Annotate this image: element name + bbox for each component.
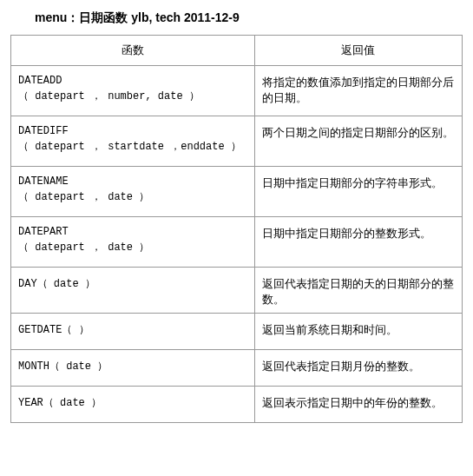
cell-desc: 日期中指定日期部分的整数形式。 <box>254 217 462 268</box>
cell-function: GETDATE（ ） <box>11 314 255 350</box>
func-sig: （ datepart ， startdate ，enddate ） <box>18 141 241 153</box>
date-functions-table: 函数 返回值 DATEADD （ datepart ， number, date… <box>10 35 463 423</box>
table-row: DATENAME （ datepart ， date ） 日期中指定日期部分的字… <box>11 167 463 217</box>
cell-desc: 将指定的数值添加到指定的日期部分后的日期。 <box>254 66 462 116</box>
table-row: DATEPART （ datepart ， date ） 日期中指定日期部分的整… <box>11 217 463 268</box>
func-name: DATENAME <box>18 175 247 188</box>
func-sig: （ datepart ， number, date ） <box>18 90 200 102</box>
table-row: DAY（ date ） 返回代表指定日期的天的日期部分的整数。 <box>11 268 463 314</box>
func-sig: （ datepart ， date ） <box>18 241 149 254</box>
page-title: menu：日期函数 ylb, tech 2011-12-9 <box>10 10 463 26</box>
cell-function: DATENAME （ datepart ， date ） <box>11 167 255 217</box>
cell-function: DATEADD （ datepart ， number, date ） <box>11 66 255 116</box>
func-name: DATEPART <box>18 226 247 238</box>
table-header-row: 函数 返回值 <box>11 36 463 66</box>
col-return: 返回值 <box>254 36 462 66</box>
cell-desc: 日期中指定日期部分的字符串形式。 <box>254 167 462 217</box>
cell-function: DAY（ date ） <box>11 268 255 314</box>
cell-function: YEAR（ date ） <box>11 387 255 423</box>
cell-desc: 返回当前系统日期和时间。 <box>254 314 462 350</box>
cell-desc: 返回代表指定日期月份的整数。 <box>254 350 462 387</box>
cell-function: DATEPART （ datepart ， date ） <box>11 217 255 268</box>
cell-desc: 返回表示指定日期中的年份的整数。 <box>254 387 462 423</box>
cell-function: DATEDIFF （ datepart ， startdate ，enddate… <box>11 116 255 167</box>
table-row: DATEADD （ datepart ， number, date ） 将指定的… <box>11 66 463 116</box>
col-function: 函数 <box>11 36 255 66</box>
func-name: DATEDIFF <box>18 125 247 137</box>
cell-desc: 返回代表指定日期的天的日期部分的整数。 <box>254 268 462 314</box>
func-sig: （ datepart ， date ） <box>18 191 149 203</box>
table-row: DATEDIFF （ datepart ， startdate ，enddate… <box>11 116 463 167</box>
func-name: DATEADD <box>18 75 247 87</box>
table-row: MONTH（ date ） 返回代表指定日期月份的整数。 <box>11 350 463 387</box>
table-row: GETDATE（ ） 返回当前系统日期和时间。 <box>11 314 463 350</box>
cell-desc: 两个日期之间的指定日期部分的区别。 <box>254 116 462 167</box>
table-row: YEAR（ date ） 返回表示指定日期中的年份的整数。 <box>11 387 463 423</box>
cell-function: MONTH（ date ） <box>11 350 255 387</box>
